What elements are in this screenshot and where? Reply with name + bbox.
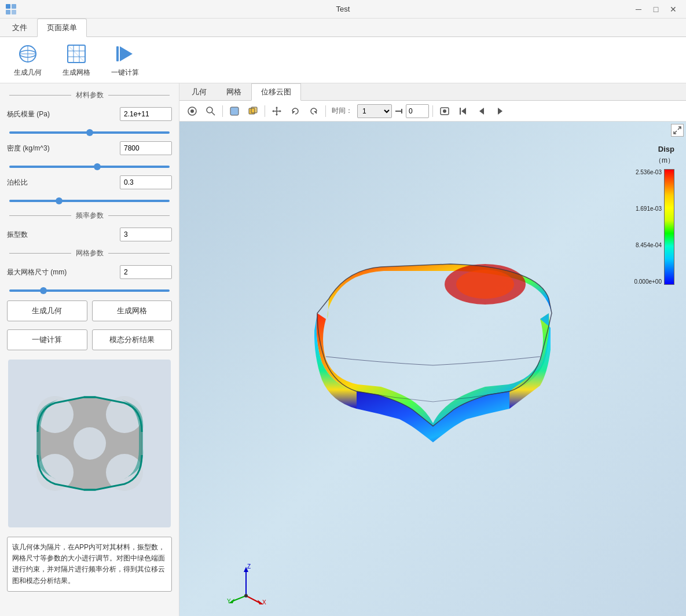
svg-marker-46 [498,108,502,115]
ribbon-mesh[interactable]: 生成网格 [58,40,95,80]
cube-display-button[interactable] [245,104,261,119]
svg-line-55 [232,596,246,602]
tab-displacement[interactable]: 位移云图 [251,83,301,101]
toolbar-separator-2 [265,105,265,117]
svg-marker-14 [120,46,133,61]
rotate-cw-button[interactable] [306,104,322,119]
mesh-size-label: 最大网格尺寸 (mm) [7,267,67,277]
play-button[interactable] [492,104,508,119]
colorbar-unit: （m） [655,156,674,166]
svg-rect-25 [230,107,239,115]
modal-results-button[interactable]: 模态分析结果 [92,329,173,350]
viewport[interactable]: Z X Y Disp （m） [179,122,686,616]
compute-icon [113,42,137,65]
mode-count-row: 振型数 [5,226,174,243]
pan-icon [272,106,282,116]
svg-marker-37 [292,111,295,114]
view-tabs: 几何 网格 位移云图 [179,83,686,101]
svg-marker-38 [314,111,317,114]
restore-button[interactable]: □ [648,3,664,16]
time-select[interactable]: 1 2 3 [357,104,392,118]
record-button[interactable] [436,104,453,119]
youngs-modulus-input[interactable] [120,107,172,121]
svg-point-22 [190,109,194,113]
one-click-compute-button[interactable]: 一键计算 [7,329,87,350]
frame-input[interactable] [406,104,429,118]
density-row: 密度 (kg/m^3) [5,140,174,156]
close-button[interactable]: ✕ [665,3,681,16]
svg-point-48 [456,270,514,299]
rotate-cw-icon [309,106,319,116]
youngs-modulus-slider[interactable] [9,131,170,134]
right-panel: 几何 网格 位移云图 [179,83,686,616]
svg-marker-36 [280,110,281,112]
ribbon-geometry-label: 生成几何 [14,68,42,78]
svg-point-42 [443,109,446,113]
generate-mesh-button[interactable]: 生成网格 [92,300,173,321]
surface-icon [229,106,240,116]
youngs-modulus-row: 杨氏模量 (Pa) [5,106,174,122]
geometry-icon [16,42,39,65]
prev-frame-button[interactable] [474,104,490,119]
density-slider[interactable] [9,166,170,168]
mesh-section-title: 网格参数 [5,248,174,258]
viewport-expand-button[interactable] [671,124,684,137]
skip-start-button[interactable] [455,104,471,119]
rotate-button[interactable] [287,104,303,119]
svg-text:X: X [262,599,266,604]
density-input[interactable] [120,141,172,155]
cube-icon [248,106,258,116]
svg-rect-1 [12,4,16,9]
generate-geometry-button[interactable]: 生成几何 [7,300,87,321]
action-buttons-row2: 一键计算 模态分析结果 [5,327,174,353]
minimize-button[interactable]: ─ [630,3,647,16]
svg-point-58 [244,594,248,597]
pan-button[interactable] [269,104,285,119]
mesh-size-input[interactable] [120,265,172,279]
ribbon-toolbar: 生成几何 生成网格 一键计算 [0,37,686,83]
colorbar: Disp （m） 2.536e-03 1.691e-03 8.454e-04 0… [657,145,674,285]
poisson-slider[interactable] [9,200,170,202]
svg-point-23 [207,107,212,113]
menu-tab-page[interactable]: 页面菜单 [37,19,87,37]
window-controls: ─ □ ✕ [630,3,681,16]
menu-tabs: 文件 页面菜单 [0,19,686,37]
colorbar-title: Disp [658,145,674,153]
mode-count-label: 振型数 [7,230,28,240]
surface-display-button[interactable] [226,104,243,119]
axes-svg: Z X Y [226,564,266,604]
svg-marker-35 [272,110,274,112]
colorbar-mid-label: 1.691e-03 [636,206,662,212]
mesh-icon [65,42,88,65]
mesh-size-slider-row [5,284,174,295]
tab-geometry[interactable]: 几何 [182,83,217,100]
density-slider-row [5,160,174,171]
menu-tab-file[interactable]: 文件 [2,19,37,36]
svg-marker-33 [276,107,278,108]
mesh-size-slider[interactable] [9,289,170,292]
mode-count-input[interactable] [120,228,172,241]
camera-view-button[interactable] [184,104,200,119]
ribbon-compute[interactable]: 一键计算 [107,40,144,80]
svg-rect-2 [6,10,10,14]
poisson-input[interactable] [120,175,172,189]
ribbon-geometry[interactable]: 生成几何 [9,40,46,80]
frequency-section-title: 频率参数 [5,211,174,221]
record-icon [440,107,449,116]
camera-icon [187,106,197,116]
poisson-label: 泊松比 [7,178,28,188]
ribbon-mesh-label: 生成网格 [63,68,90,78]
svg-rect-0 [6,4,10,9]
displacement-shape-svg [230,223,636,525]
svg-line-52 [246,596,261,603]
zoom-button[interactable] [203,104,219,119]
time-label: 时间： [332,106,353,116]
axes-indicator: Z X Y [226,564,261,599]
svg-rect-44 [460,108,461,115]
svg-line-13 [68,45,85,63]
tab-mesh[interactable]: 网格 [217,83,251,100]
poisson-row: 泊松比 [5,174,174,190]
svg-text:Y: Y [227,598,231,604]
poisson-slider-row [5,194,174,205]
main-layout: 材料参数 杨氏模量 (Pa) 密度 (kg/m^3) 泊松比 频率参数 振型 [0,83,686,616]
